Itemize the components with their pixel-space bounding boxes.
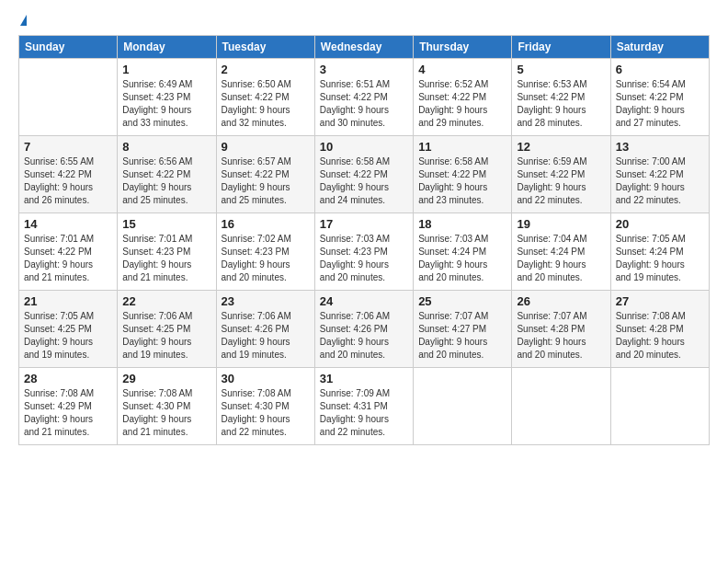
logo — [18, 15, 27, 26]
day-info: Sunrise: 7:08 AMSunset: 4:29 PMDaylight:… — [24, 387, 112, 439]
calendar-cell — [19, 59, 118, 136]
day-number: 4 — [418, 63, 506, 76]
calendar-cell: 8Sunrise: 6:56 AMSunset: 4:22 PMDaylight… — [118, 136, 216, 213]
calendar-cell: 11Sunrise: 6:58 AMSunset: 4:22 PMDayligh… — [414, 136, 512, 213]
day-info: Sunrise: 7:03 AMSunset: 4:23 PMDaylight:… — [320, 233, 408, 284]
calendar-cell: 30Sunrise: 7:08 AMSunset: 4:30 PMDayligh… — [216, 368, 314, 445]
day-number: 30 — [222, 372, 310, 385]
calendar-header-wednesday: Wednesday — [314, 36, 413, 59]
day-info: Sunrise: 7:06 AMSunset: 4:26 PMDaylight:… — [320, 310, 408, 362]
day-info: Sunrise: 7:06 AMSunset: 4:26 PMDaylight:… — [222, 310, 310, 362]
calendar-cell: 12Sunrise: 6:59 AMSunset: 4:22 PMDayligh… — [512, 136, 610, 213]
calendar-cell: 2Sunrise: 6:50 AMSunset: 4:22 PMDaylight… — [216, 59, 314, 136]
calendar-cell: 31Sunrise: 7:09 AMSunset: 4:31 PMDayligh… — [314, 368, 413, 445]
calendar-week-row: 21Sunrise: 7:05 AMSunset: 4:25 PMDayligh… — [19, 291, 710, 368]
calendar-cell — [512, 368, 610, 445]
day-info: Sunrise: 7:01 AMSunset: 4:22 PMDaylight:… — [24, 233, 112, 284]
calendar-header-thursday: Thursday — [414, 36, 512, 59]
day-info: Sunrise: 6:50 AMSunset: 4:22 PMDaylight:… — [222, 78, 310, 130]
day-number: 2 — [222, 63, 310, 76]
day-info: Sunrise: 7:07 AMSunset: 4:28 PMDaylight:… — [517, 310, 605, 362]
calendar-cell: 10Sunrise: 6:58 AMSunset: 4:22 PMDayligh… — [314, 136, 413, 213]
calendar-header-row: SundayMondayTuesdayWednesdayThursdayFrid… — [19, 36, 710, 59]
day-info: Sunrise: 6:53 AMSunset: 4:22 PMDaylight:… — [517, 78, 605, 130]
day-number: 6 — [616, 63, 704, 76]
day-number: 27 — [616, 294, 704, 308]
header — [18, 15, 710, 26]
day-info: Sunrise: 6:59 AMSunset: 4:22 PMDaylight:… — [517, 155, 605, 207]
day-info: Sunrise: 6:52 AMSunset: 4:22 PMDaylight:… — [418, 78, 506, 130]
day-number: 22 — [122, 294, 210, 308]
logo-triangle-icon — [20, 15, 27, 26]
day-number: 16 — [222, 217, 310, 231]
day-number: 25 — [418, 294, 506, 308]
calendar-cell: 9Sunrise: 6:57 AMSunset: 4:22 PMDaylight… — [216, 136, 314, 213]
calendar-cell: 18Sunrise: 7:03 AMSunset: 4:24 PMDayligh… — [414, 213, 512, 291]
calendar-cell — [414, 368, 512, 445]
day-info: Sunrise: 7:08 AMSunset: 4:30 PMDaylight:… — [122, 387, 210, 439]
calendar-cell: 14Sunrise: 7:01 AMSunset: 4:22 PMDayligh… — [19, 213, 118, 291]
day-number: 1 — [122, 63, 210, 76]
day-info: Sunrise: 7:00 AMSunset: 4:22 PMDaylight:… — [616, 155, 704, 207]
day-number: 31 — [320, 372, 408, 385]
calendar-header-sunday: Sunday — [19, 36, 118, 59]
calendar-cell: 21Sunrise: 7:05 AMSunset: 4:25 PMDayligh… — [19, 291, 118, 368]
calendar-cell: 29Sunrise: 7:08 AMSunset: 4:30 PMDayligh… — [118, 368, 216, 445]
day-info: Sunrise: 6:58 AMSunset: 4:22 PMDaylight:… — [320, 155, 408, 207]
calendar-cell: 13Sunrise: 7:00 AMSunset: 4:22 PMDayligh… — [610, 136, 709, 213]
calendar-cell: 3Sunrise: 6:51 AMSunset: 4:22 PMDaylight… — [314, 59, 413, 136]
day-info: Sunrise: 7:06 AMSunset: 4:25 PMDaylight:… — [122, 310, 210, 362]
day-info: Sunrise: 7:04 AMSunset: 4:24 PMDaylight:… — [517, 233, 605, 284]
calendar-header-saturday: Saturday — [610, 36, 709, 59]
day-info: Sunrise: 7:08 AMSunset: 4:30 PMDaylight:… — [222, 387, 310, 439]
day-number: 12 — [517, 140, 605, 154]
calendar-week-row: 28Sunrise: 7:08 AMSunset: 4:29 PMDayligh… — [19, 368, 710, 445]
calendar-header-tuesday: Tuesday — [216, 36, 314, 59]
calendar-cell: 6Sunrise: 6:54 AMSunset: 4:22 PMDaylight… — [610, 59, 709, 136]
day-number: 26 — [517, 294, 605, 308]
day-info: Sunrise: 6:49 AMSunset: 4:23 PMDaylight:… — [122, 78, 210, 130]
day-info: Sunrise: 7:09 AMSunset: 4:31 PMDaylight:… — [320, 387, 408, 439]
day-number: 24 — [320, 294, 408, 308]
day-number: 21 — [24, 294, 112, 308]
day-info: Sunrise: 7:05 AMSunset: 4:25 PMDaylight:… — [24, 310, 112, 362]
calendar-cell: 27Sunrise: 7:08 AMSunset: 4:28 PMDayligh… — [610, 291, 709, 368]
day-info: Sunrise: 6:57 AMSunset: 4:22 PMDaylight:… — [222, 155, 310, 207]
day-info: Sunrise: 6:58 AMSunset: 4:22 PMDaylight:… — [418, 155, 506, 207]
day-number: 17 — [320, 217, 408, 231]
calendar-cell: 5Sunrise: 6:53 AMSunset: 4:22 PMDaylight… — [512, 59, 610, 136]
day-number: 18 — [418, 217, 506, 231]
calendar-cell: 7Sunrise: 6:55 AMSunset: 4:22 PMDaylight… — [19, 136, 118, 213]
day-number: 20 — [616, 217, 704, 231]
calendar-cell: 26Sunrise: 7:07 AMSunset: 4:28 PMDayligh… — [512, 291, 610, 368]
calendar-cell: 17Sunrise: 7:03 AMSunset: 4:23 PMDayligh… — [314, 213, 413, 291]
calendar-header-friday: Friday — [512, 36, 610, 59]
day-info: Sunrise: 6:56 AMSunset: 4:22 PMDaylight:… — [122, 155, 210, 207]
day-info: Sunrise: 7:08 AMSunset: 4:28 PMDaylight:… — [616, 310, 704, 362]
calendar-week-row: 7Sunrise: 6:55 AMSunset: 4:22 PMDaylight… — [19, 136, 710, 213]
day-number: 29 — [122, 372, 210, 385]
calendar-cell: 24Sunrise: 7:06 AMSunset: 4:26 PMDayligh… — [314, 291, 413, 368]
calendar-week-row: 1Sunrise: 6:49 AMSunset: 4:23 PMDaylight… — [19, 59, 710, 136]
calendar-cell — [610, 368, 709, 445]
day-number: 11 — [418, 140, 506, 154]
day-number: 3 — [320, 63, 408, 76]
page: SundayMondayTuesdayWednesdayThursdayFrid… — [0, 0, 728, 563]
day-info: Sunrise: 7:01 AMSunset: 4:23 PMDaylight:… — [122, 233, 210, 284]
calendar-cell: 22Sunrise: 7:06 AMSunset: 4:25 PMDayligh… — [118, 291, 216, 368]
day-number: 14 — [24, 217, 112, 231]
day-number: 9 — [222, 140, 310, 154]
day-info: Sunrise: 6:54 AMSunset: 4:22 PMDaylight:… — [616, 78, 704, 130]
day-number: 7 — [24, 140, 112, 154]
calendar-cell: 28Sunrise: 7:08 AMSunset: 4:29 PMDayligh… — [19, 368, 118, 445]
calendar-cell: 16Sunrise: 7:02 AMSunset: 4:23 PMDayligh… — [216, 213, 314, 291]
calendar-week-row: 14Sunrise: 7:01 AMSunset: 4:22 PMDayligh… — [19, 213, 710, 291]
day-number: 13 — [616, 140, 704, 154]
calendar-cell: 25Sunrise: 7:07 AMSunset: 4:27 PMDayligh… — [414, 291, 512, 368]
day-info: Sunrise: 7:02 AMSunset: 4:23 PMDaylight:… — [222, 233, 310, 284]
day-info: Sunrise: 6:51 AMSunset: 4:22 PMDaylight:… — [320, 78, 408, 130]
calendar-table: SundayMondayTuesdayWednesdayThursdayFrid… — [18, 35, 710, 445]
calendar-cell: 15Sunrise: 7:01 AMSunset: 4:23 PMDayligh… — [118, 213, 216, 291]
calendar-cell: 4Sunrise: 6:52 AMSunset: 4:22 PMDaylight… — [414, 59, 512, 136]
day-info: Sunrise: 6:55 AMSunset: 4:22 PMDaylight:… — [24, 155, 112, 207]
